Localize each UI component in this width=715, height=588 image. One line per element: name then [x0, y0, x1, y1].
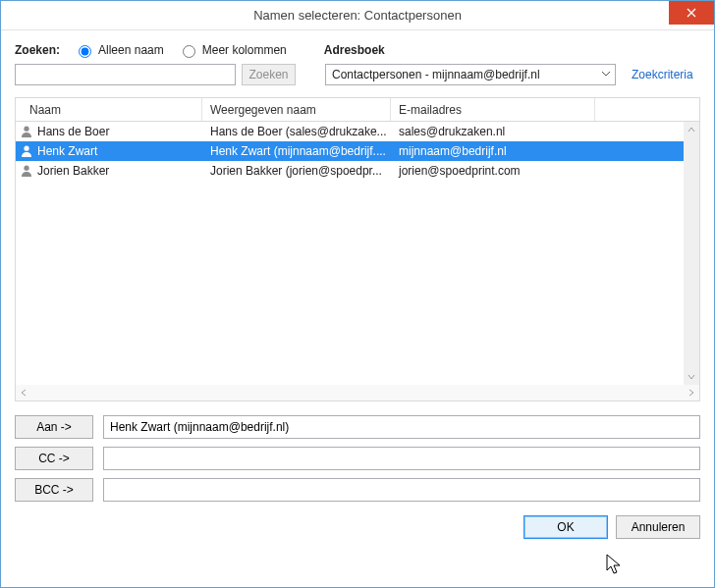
scroll-left-icon[interactable]	[20, 389, 28, 397]
cell-email: sales@drukzaken.nl	[399, 125, 505, 138]
bcc-button[interactable]: BCC ->	[15, 478, 93, 502]
titlebar: Namen selecteren: Contactpersonen	[1, 1, 714, 30]
radio-name-only[interactable]	[79, 45, 91, 58]
scroll-right-icon[interactable]	[688, 389, 695, 397]
close-button[interactable]	[669, 1, 714, 25]
radio-name-only-label[interactable]: Alleen naam	[98, 43, 164, 57]
cell-name: Hans de Boer	[37, 125, 109, 138]
cc-button[interactable]: CC ->	[15, 447, 93, 470]
addressbook-label: Adresboek	[324, 43, 385, 57]
cell-name: Henk Zwart	[37, 144, 97, 158]
search-button: Zoeken	[242, 64, 296, 85]
column-header-spacer	[595, 98, 699, 121]
list-header: Naam Weergegeven naam E-mailadres	[16, 98, 699, 122]
chevron-down-icon	[601, 68, 611, 80]
svg-point-3	[24, 146, 28, 151]
radio-more-columns[interactable]	[183, 45, 195, 58]
cancel-button[interactable]: Annuleren	[616, 515, 700, 539]
table-row[interactable]: Henk ZwartHenk Zwart (mijnnaam@bedrijf..…	[16, 141, 684, 161]
to-button[interactable]: Aan ->	[15, 415, 93, 439]
window-title: Namen selecteren: Contactpersonen	[253, 8, 462, 23]
cell-email: mijnnaam@bedrijf.nl	[399, 144, 507, 158]
radio-more-columns-label[interactable]: Meer kolommen	[202, 43, 287, 57]
person-icon	[20, 125, 33, 138]
close-icon	[687, 8, 696, 18]
column-header-email[interactable]: E-mailadres	[391, 98, 595, 121]
to-field[interactable]	[103, 415, 700, 439]
search-criteria-link[interactable]: Zoekcriteria	[632, 68, 693, 81]
column-header-display[interactable]: Weergegeven naam	[202, 98, 391, 121]
cell-display: Jorien Bakker (jorien@spoedpr...	[210, 164, 382, 178]
horizontal-scrollbar[interactable]	[16, 385, 699, 401]
svg-point-4	[24, 166, 28, 171]
cell-email: jorien@spoedprint.com	[399, 164, 521, 178]
search-label: Zoeken:	[15, 43, 60, 57]
bcc-field[interactable]	[103, 478, 700, 502]
scroll-down-icon[interactable]	[684, 369, 699, 385]
search-input[interactable]	[15, 64, 236, 85]
vertical-scrollbar[interactable]	[684, 122, 699, 385]
svg-point-2	[24, 127, 28, 132]
addressbook-selected: Contactpersonen - mijnnaam@bedrijf.nl	[332, 68, 540, 81]
person-icon	[20, 164, 33, 178]
ok-button[interactable]: OK	[523, 515, 608, 539]
table-row[interactable]: Jorien BakkerJorien Bakker (jorien@spoed…	[16, 161, 684, 181]
search-scope-radio-group: Alleen naam Meer kolommen	[74, 42, 287, 58]
cc-field[interactable]	[103, 447, 700, 470]
cell-name: Jorien Bakker	[37, 164, 109, 178]
column-header-name[interactable]: Naam	[16, 98, 202, 121]
table-row[interactable]: Hans de BoerHans de Boer (sales@drukzake…	[16, 122, 684, 141]
person-icon	[20, 144, 33, 158]
scroll-up-icon[interactable]	[684, 122, 699, 137]
cell-display: Hans de Boer (sales@drukzake...	[210, 125, 387, 138]
cell-display: Henk Zwart (mijnnaam@bedrijf....	[210, 144, 386, 158]
addressbook-select[interactable]: Contactpersonen - mijnnaam@bedrijf.nl	[325, 64, 616, 85]
contact-list: Naam Weergegeven naam E-mailadres Hans d…	[15, 97, 700, 401]
